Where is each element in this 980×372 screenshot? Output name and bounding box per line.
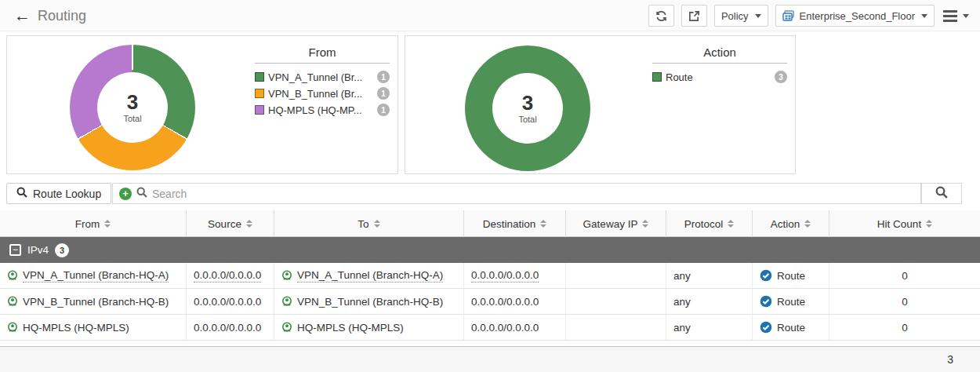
column-header-label: To xyxy=(358,218,368,230)
destination-cell: 0.0.0.0/0.0.0.0 xyxy=(464,289,566,314)
destination-cell: 0.0.0.0/0.0.0.0 xyxy=(464,315,566,340)
export-button[interactable] xyxy=(681,5,707,27)
protocol-value: any xyxy=(673,322,691,334)
sort-icon xyxy=(374,220,380,228)
back-arrow-icon[interactable]: ← xyxy=(14,6,31,25)
legend-item[interactable]: VPN_B_Tunnel (Br... 1 xyxy=(255,87,390,100)
route-lookup-label: Route Lookup xyxy=(33,188,101,200)
policy-dropdown[interactable]: Policy xyxy=(714,5,768,27)
legend-count-badge: 3 xyxy=(775,71,787,83)
gateway-ip-cell xyxy=(566,289,666,314)
source-link[interactable]: 0.0.0.0/0.0.0.0 xyxy=(194,295,261,308)
action-value: Route xyxy=(777,296,805,308)
column-header-label: Action xyxy=(771,218,800,230)
destination-link[interactable]: 0.0.0.0/0.0.0.0 xyxy=(471,268,539,283)
sort-icon xyxy=(642,220,648,228)
donut-total-value: 3 xyxy=(127,92,138,112)
legend-item-label: HQ-MPLS (HQ-MP... xyxy=(268,104,373,116)
to-cell: HQ-MPLS (HQ-MPLS) xyxy=(274,315,464,340)
action-cell: Route xyxy=(753,263,829,288)
legend-swatch-icon xyxy=(652,72,662,82)
action-chart-panel: 3 Total Action Route 3 xyxy=(405,35,796,174)
to-link[interactable]: HQ-MPLS (HQ-MPLS) xyxy=(297,321,404,334)
from-cell: VPN_A_Tunnel (Branch-HQ-A) xyxy=(0,263,187,288)
destination-cell: 0.0.0.0/0.0.0.0 xyxy=(464,263,566,288)
device-selector-label: Enterprise_Second_Floor xyxy=(800,10,915,22)
chevron-down-icon xyxy=(963,14,969,18)
action-value: Route xyxy=(777,270,805,282)
sort-icon xyxy=(104,220,111,228)
table-row[interactable]: VPN_A_Tunnel (Branch-HQ-A) 0.0.0.0/0.0.0… xyxy=(0,263,980,289)
table-body: VPN_A_Tunnel (Branch-HQ-A) 0.0.0.0/0.0.0… xyxy=(0,263,980,341)
action-donut-chart[interactable]: 3 Total xyxy=(465,46,590,171)
column-header[interactable]: Gateway IP xyxy=(566,210,666,237)
protocol-value: any xyxy=(673,296,691,308)
route-action-icon xyxy=(760,321,772,334)
legend-item[interactable]: Route 3 xyxy=(652,71,787,83)
legend-swatch-icon xyxy=(255,72,264,82)
legend-item[interactable]: HQ-MPLS (HQ-MP... 1 xyxy=(255,104,390,116)
source-link[interactable]: 0.0.0.0/0.0.0.0 xyxy=(194,321,261,334)
from-link[interactable]: VPN_B_Tunnel (Branch-HQ-B) xyxy=(23,295,169,308)
column-header[interactable]: Protocol xyxy=(666,210,753,237)
from-cell: HQ-MPLS (HQ-MPLS) xyxy=(0,315,187,340)
tunnel-interface-icon xyxy=(281,296,292,307)
to-cell: VPN_B_Tunnel (Branch-HQ-B) xyxy=(274,289,464,314)
hamburger-menu-button[interactable] xyxy=(942,10,971,22)
sort-icon xyxy=(728,220,734,228)
table-row[interactable]: HQ-MPLS (HQ-MPLS) 0.0.0.0/0.0.0.0 HQ-MPL… xyxy=(0,315,980,341)
source-cell: 0.0.0.0/0.0.0.0 xyxy=(187,289,274,314)
column-header[interactable]: From xyxy=(0,210,187,237)
column-header[interactable]: Source xyxy=(187,210,274,237)
route-action-icon xyxy=(760,295,772,308)
to-link[interactable]: VPN_A_Tunnel (Branch-HQ-A) xyxy=(297,268,443,283)
search-input[interactable] xyxy=(152,188,914,200)
sort-icon xyxy=(246,220,252,228)
source-link[interactable]: 0.0.0.0/0.0.0.0 xyxy=(194,268,261,283)
sort-icon xyxy=(540,220,546,228)
search-submit-button[interactable] xyxy=(921,183,962,204)
gateway-ip-cell xyxy=(566,263,666,288)
refresh-button[interactable] xyxy=(648,5,674,27)
legend-swatch-icon xyxy=(255,105,264,115)
top-bar: ← Routing Policy Enterprise_Se xyxy=(0,0,980,31)
row-count: 3 xyxy=(947,353,953,366)
ipv4-group-row[interactable]: − IPv4 3 xyxy=(0,237,980,263)
to-link[interactable]: VPN_B_Tunnel (Branch-HQ-B) xyxy=(297,295,443,308)
destination-link[interactable]: 0.0.0.0/0.0.0.0 xyxy=(471,295,539,308)
add-filter-icon[interactable]: + xyxy=(119,188,132,200)
column-header[interactable]: Hit Count xyxy=(829,210,980,237)
hit-count-cell: 0 xyxy=(829,315,980,340)
legend-title: From xyxy=(255,46,390,64)
route-action-icon xyxy=(760,269,772,282)
hit-count-value: 0 xyxy=(902,270,908,282)
collapse-icon[interactable]: − xyxy=(9,244,21,256)
table-row[interactable]: VPN_B_Tunnel (Branch-HQ-B) 0.0.0.0/0.0.0… xyxy=(0,289,980,315)
destination-link[interactable]: 0.0.0.0/0.0.0.0 xyxy=(471,321,539,334)
search-icon xyxy=(16,187,27,200)
donut-total-label: Total xyxy=(518,115,536,124)
column-header[interactable]: Destination xyxy=(464,210,566,237)
from-link[interactable]: HQ-MPLS (HQ-MPLS) xyxy=(23,321,129,334)
column-header[interactable]: Action xyxy=(753,210,829,237)
device-selector-dropdown[interactable]: Enterprise_Second_Floor xyxy=(775,5,935,27)
gateway-ip-cell xyxy=(566,315,666,340)
group-label: IPv4 xyxy=(27,244,49,256)
from-link[interactable]: VPN_A_Tunnel (Branch-HQ-A) xyxy=(23,268,169,283)
donut-total-value: 3 xyxy=(522,93,533,113)
from-chart-panel: 3 Total From VPN_A_Tunnel (Br... 1 VPN_B… xyxy=(6,35,398,174)
legend-swatch-icon xyxy=(255,89,264,98)
routing-page: ← Routing Policy Enterprise_Se xyxy=(0,0,980,372)
search-bar[interactable]: + xyxy=(112,183,921,204)
from-donut-chart[interactable]: 3 Total xyxy=(70,45,195,170)
source-cell: 0.0.0.0/0.0.0.0 xyxy=(187,263,274,288)
tunnel-interface-icon xyxy=(7,270,18,281)
column-header[interactable]: To xyxy=(274,210,464,237)
device-icon xyxy=(782,10,795,21)
legend-title: Action xyxy=(652,46,787,64)
table-header-row: From Source To Destination Gateway IP Pr… xyxy=(0,210,980,237)
legend-item[interactable]: VPN_A_Tunnel (Br... 1 xyxy=(255,71,390,83)
chevron-down-icon xyxy=(755,14,761,18)
chevron-down-icon xyxy=(921,14,927,18)
route-lookup-button[interactable]: Route Lookup xyxy=(6,183,111,204)
